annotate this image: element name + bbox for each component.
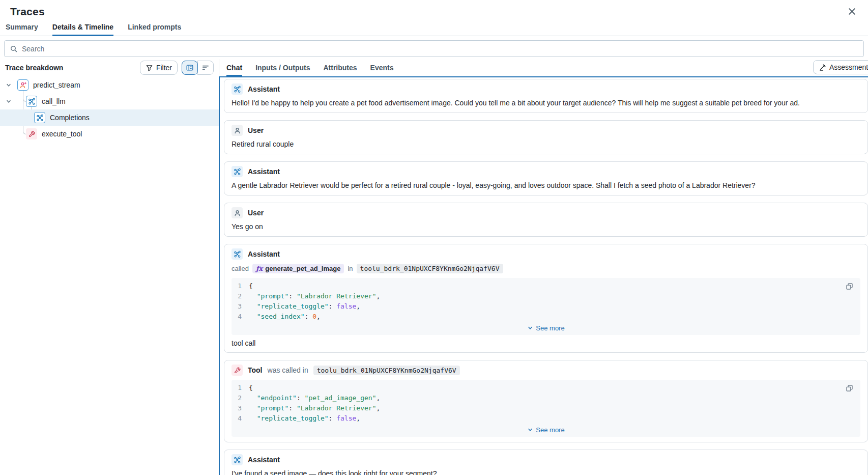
filter-icon — [146, 64, 153, 72]
tree-label: call_llm — [42, 97, 66, 105]
tool-call-summary: called ƒx generate_pet_ad_image in toolu… — [232, 263, 860, 274]
message-header: User — [232, 207, 860, 218]
line-number: 3 — [232, 301, 249, 312]
tab-chat[interactable]: Chat — [226, 59, 242, 76]
close-button[interactable] — [846, 6, 858, 18]
model-icon — [26, 96, 37, 107]
chat-message-assistant-tool-call: Assistant called ƒx generate_pet_ad_imag… — [224, 244, 868, 353]
copy-button[interactable] — [845, 282, 854, 291]
chat-scroll-area[interactable]: Assistant Hello! I'd be happy to help yo… — [220, 77, 868, 475]
tab-details-timeline[interactable]: Details & Timeline — [52, 23, 113, 36]
agent-icon — [17, 79, 28, 91]
content-area: Trace breakdown Filter — [0, 59, 868, 475]
search-input[interactable] — [22, 45, 858, 53]
model-icon — [232, 454, 243, 465]
code-text: { — [249, 383, 253, 393]
message-header: Assistant — [232, 454, 860, 465]
trace-tree: predict_stream — [0, 77, 219, 142]
tool-result-code: 1 { 2 "endpoint": "pet_ad_image_gen", 3 … — [232, 380, 860, 437]
tree-row-execute-tool[interactable]: execute_tool — [0, 126, 219, 142]
tree-label: execute_tool — [42, 130, 82, 138]
chat-message-user: User Retired rural couple — [224, 120, 868, 154]
chevron-down-icon[interactable] — [5, 82, 12, 88]
json-key: "prompt" — [257, 404, 289, 412]
json-colon: : — [329, 414, 337, 422]
function-name-chip: ƒx generate_pet_ad_image — [252, 264, 344, 273]
see-more-link[interactable]: See more — [232, 424, 860, 436]
role-name: Assistant — [248, 456, 280, 464]
code-line: 3 "replicate_toggle": false, — [232, 301, 860, 312]
tab-summary[interactable]: Summary — [6, 23, 38, 36]
json-number: 0 — [312, 313, 316, 320]
line-number: 3 — [232, 403, 249, 413]
role-name: Assistant — [248, 167, 280, 176]
line-number: 1 — [232, 383, 249, 393]
filter-label: Filter — [156, 64, 172, 72]
copy-icon — [845, 384, 854, 393]
code-text: { — [249, 281, 253, 291]
filter-button[interactable]: Filter — [140, 61, 178, 75]
tool-call-id-chip: toolu_bdrk_01NpUXCF8YKnmGo2NjqafV6V — [357, 264, 503, 273]
tree-label: predict_stream — [33, 81, 80, 89]
tree-label: Completions — [50, 114, 90, 122]
model-icon — [34, 112, 45, 123]
tab-attributes[interactable]: Attributes — [323, 59, 357, 76]
assessments-button[interactable]: Assessments — [813, 60, 868, 74]
was-called-in-label: was called in — [268, 366, 308, 374]
tab-linked-prompts[interactable]: Linked prompts — [128, 23, 181, 36]
fx-icon: ƒx — [256, 265, 263, 272]
role-name: User — [248, 126, 264, 134]
json-comma: , — [376, 292, 380, 300]
role-name: Assistant — [248, 250, 280, 258]
json-key: "replicate_toggle" — [257, 414, 329, 422]
role-name: Tool — [248, 366, 263, 374]
json-string: "Labrador Retriever" — [297, 292, 377, 300]
json-key: "endpoint" — [257, 394, 297, 402]
trace-breakdown-header: Trace breakdown Filter — [0, 59, 219, 76]
code-line: 2 "endpoint": "pet_ad_image_gen", — [232, 393, 860, 403]
tool-call-arguments-code: 1 { 2 "prompt": "Labrador Retriever", 3 … — [232, 278, 860, 335]
detail-tab-bar: Chat Inputs / Outputs Attributes Events … — [219, 59, 868, 76]
tree-row-predict-stream[interactable]: predict_stream — [0, 77, 219, 93]
json-comma: , — [356, 302, 360, 310]
tab-inputs-outputs[interactable]: Inputs / Outputs — [255, 59, 310, 76]
json-colon: : — [305, 313, 313, 320]
model-icon — [232, 166, 243, 177]
json-comma: , — [356, 414, 360, 422]
chat-message-user: User Yes go on — [224, 203, 868, 237]
search-box[interactable] — [4, 40, 864, 57]
json-comma: , — [376, 394, 380, 402]
tree-view-icon — [186, 64, 194, 72]
tree-row-completions[interactable]: Completions — [0, 109, 219, 126]
see-more-link[interactable]: See more — [232, 322, 860, 334]
called-label: called — [232, 265, 249, 272]
role-name: Assistant — [248, 85, 280, 93]
chevron-down-icon[interactable] — [5, 98, 12, 104]
message-text: Hello! I'd be happy to help you create a… — [232, 99, 860, 107]
model-icon — [232, 248, 243, 260]
json-colon: : — [288, 292, 297, 300]
copy-button[interactable] — [845, 384, 854, 393]
json-colon: : — [329, 302, 337, 310]
json-string: "Labrador Retriever" — [297, 404, 377, 412]
timeline-view-button[interactable] — [197, 61, 214, 75]
message-header: Assistant — [232, 83, 860, 95]
tab-events[interactable]: Events — [370, 59, 394, 76]
code-line: 4 "replicate_toggle": false, — [232, 413, 860, 424]
close-icon — [848, 7, 856, 16]
in-label: in — [348, 265, 353, 272]
wrench-icon — [26, 128, 37, 139]
role-name: User — [248, 209, 264, 217]
message-header: User — [232, 125, 860, 136]
gavel-icon — [819, 64, 826, 71]
timeline-view-icon — [201, 64, 210, 72]
tree-row-call-llm[interactable]: call_llm — [0, 93, 219, 109]
message-header: Tool was called in toolu_bdrk_01NpUXCF8Y… — [232, 365, 860, 376]
code-line: 3 "prompt": "Labrador Retriever", — [232, 403, 860, 413]
tree-view-button[interactable] — [182, 61, 198, 75]
json-string: "pet_ad_image_gen" — [305, 394, 377, 402]
message-text: Yes go on — [232, 222, 860, 231]
chevron-down-icon — [527, 325, 533, 331]
line-number: 2 — [232, 291, 249, 301]
message-text: A gentle Labrador Retriever would be per… — [232, 181, 860, 190]
